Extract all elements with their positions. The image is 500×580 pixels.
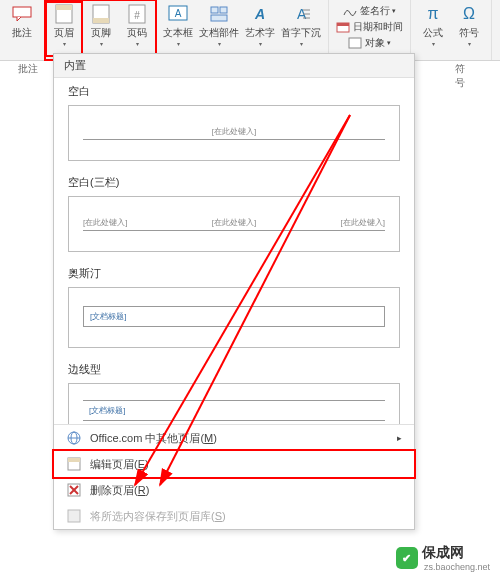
gallery-item-austin[interactable]: [文档标题] [68, 287, 400, 348]
gallery-item-austin-title: 奥斯汀 [54, 260, 414, 287]
watermark-brand: 保成网 [422, 544, 490, 562]
group-symbols: π 公式 ▾ Ω 符号 ▾ [411, 0, 492, 60]
wordart-label: 艺术字 [245, 26, 275, 40]
chevron-down-icon: ▾ [392, 7, 396, 15]
save-icon [66, 508, 82, 524]
chevron-down-icon: ▾ [177, 40, 180, 47]
chevron-down-icon: ▾ [218, 40, 221, 47]
gallery-item-blank3-title: 空白(三栏) [54, 169, 414, 196]
dropcap-button[interactable]: A 首字下沉 ▾ [278, 2, 324, 56]
comment-button[interactable]: 批注 [4, 2, 40, 56]
placeholder-text: [在此处键入] [83, 116, 385, 140]
chevron-down-icon: ▾ [100, 40, 103, 47]
placeholder-text: [文档标题] [83, 400, 385, 421]
svg-rect-28 [68, 510, 80, 522]
placeholder-text: [文档标题] [83, 306, 385, 327]
parts-icon [209, 4, 229, 24]
gallery-item-lined[interactable]: [文档标题] [68, 383, 400, 424]
symbol-label: 符号 [459, 26, 479, 40]
header-dropdown: 内置 空白 [在此处键入] 空白(三栏) [在此处键入] [在此处键入] [在此… [53, 53, 415, 530]
svg-rect-2 [56, 5, 72, 10]
footer-button[interactable]: 页脚 ▾ [83, 2, 119, 56]
placeholder-text: [在此处键入] [83, 217, 127, 228]
textbox-button[interactable]: A 文本框 ▾ [160, 2, 196, 56]
object-icon [348, 36, 362, 50]
wordart-button[interactable]: A 艺术字 ▾ [242, 2, 278, 56]
svg-text:#: # [134, 10, 140, 21]
chevron-down-icon: ▾ [432, 40, 435, 47]
comment-label: 批注 [12, 26, 32, 40]
watermark-badge-icon: ✔ [396, 547, 418, 569]
parts-button[interactable]: 文档部件 ▾ [196, 2, 242, 56]
header-label: 页眉 [54, 26, 74, 40]
footer-label: 页脚 [91, 26, 111, 40]
equation-icon: π [423, 4, 443, 24]
textbox-label: 文本框 [163, 26, 193, 40]
ribbon: 批注 页眉 ▾ 页脚 ▾ # 页码 ▾ A 文本框 [0, 0, 500, 61]
group-text: A 文本框 ▾ 文档部件 ▾ A 艺术字 ▾ A 首字下沉 ▾ [156, 0, 329, 60]
equation-label: 公式 [423, 26, 443, 40]
edit-header-button[interactable]: 编辑页眉(E) [54, 451, 414, 477]
svg-text:A: A [175, 8, 182, 19]
group-comments: 批注 [0, 0, 45, 60]
svg-rect-4 [93, 18, 109, 23]
header-button[interactable]: 页眉 ▾ [46, 2, 82, 56]
globe-icon [66, 430, 82, 446]
group-insert-small: 签名行 ▾ 日期和时间 对象 ▾ [329, 0, 411, 60]
gallery-item-blank3[interactable]: [在此处键入] [在此处键入] [在此处键入] [68, 196, 400, 252]
symbol-icon: Ω [459, 4, 479, 24]
pagenum-button[interactable]: # 页码 ▾ [119, 2, 155, 56]
more-from-office-button[interactable]: Office.com 中其他页眉(M) ▸ [54, 425, 414, 451]
equation-button[interactable]: π 公式 ▾ [415, 2, 451, 56]
dropcap-icon: A [291, 4, 311, 24]
watermark-url: zs.baocheng.net [424, 562, 490, 572]
svg-rect-0 [13, 7, 31, 17]
symbol-button[interactable]: Ω 符号 ▾ [451, 2, 487, 56]
datetime-button[interactable]: 日期和时间 [333, 19, 406, 35]
comment-icon [12, 4, 32, 24]
header-icon [54, 4, 74, 24]
chevron-down-icon: ▾ [387, 39, 391, 47]
textbox-icon: A [168, 4, 188, 24]
group-caption-symbols: 符号 [455, 62, 465, 90]
signature-icon [343, 4, 357, 18]
remove-header-button[interactable]: 删除页眉(R) [54, 477, 414, 503]
svg-rect-24 [68, 458, 80, 462]
dropdown-section-builtin: 内置 [54, 54, 414, 78]
chevron-down-icon: ▾ [259, 40, 262, 47]
gallery-item-blank-title: 空白 [54, 78, 414, 105]
svg-rect-19 [349, 38, 361, 48]
wordart-icon: A [250, 4, 270, 24]
watermark: ✔ 保成网 zs.baocheng.net [392, 542, 494, 574]
group-header-footer: 页眉 ▾ 页脚 ▾ # 页码 ▾ [45, 0, 156, 60]
save-to-gallery-button: 将所选内容保存到页眉库(S) [54, 503, 414, 529]
dropdown-gallery: 空白 [在此处键入] 空白(三栏) [在此处键入] [在此处键入] [在此处键入… [54, 78, 414, 424]
parts-label: 文档部件 [199, 26, 239, 40]
edit-header-icon [66, 456, 82, 472]
pagenum-icon: # [127, 4, 147, 24]
svg-rect-11 [211, 15, 227, 21]
chevron-down-icon: ▾ [300, 40, 303, 47]
pagenum-label: 页码 [127, 26, 147, 40]
placeholder-text: [在此处键入] [341, 217, 385, 228]
chevron-down-icon: ▾ [136, 40, 139, 47]
svg-rect-10 [220, 7, 227, 13]
chevron-right-icon: ▸ [397, 433, 402, 443]
dropcap-label: 首字下沉 [281, 26, 321, 40]
chevron-down-icon: ▾ [468, 40, 471, 47]
footer-icon [91, 4, 111, 24]
svg-rect-18 [337, 23, 349, 26]
gallery-item-blank[interactable]: [在此处键入] [68, 105, 400, 161]
svg-text:A: A [254, 6, 265, 22]
group-caption-comments: 批注 [0, 62, 56, 76]
calendar-icon [336, 20, 350, 34]
remove-header-icon [66, 482, 82, 498]
chevron-down-icon: ▾ [63, 40, 66, 47]
object-button[interactable]: 对象 ▾ [345, 35, 394, 51]
dropdown-commands: Office.com 中其他页眉(M) ▸ 编辑页眉(E) 删除页眉(R) 将所… [54, 424, 414, 529]
placeholder-text: [在此处键入] [212, 217, 256, 228]
svg-rect-9 [211, 7, 218, 13]
gallery-item-lined-title: 边线型 [54, 356, 414, 383]
signature-button[interactable]: 签名行 ▾ [340, 3, 399, 19]
